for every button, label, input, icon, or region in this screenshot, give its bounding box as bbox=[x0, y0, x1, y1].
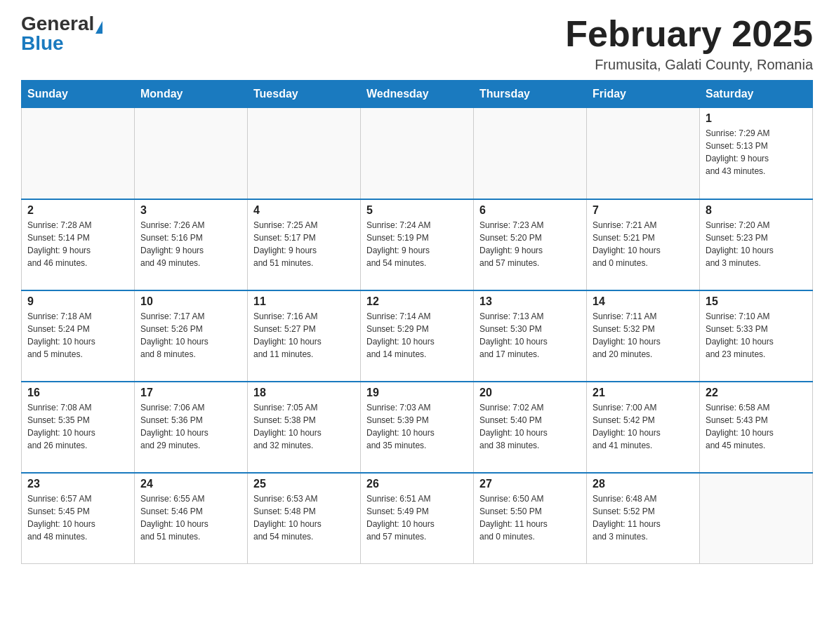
day-info: Sunrise: 7:11 AMSunset: 5:32 PMDaylight:… bbox=[593, 310, 694, 361]
table-row: 7Sunrise: 7:21 AMSunset: 5:21 PMDaylight… bbox=[587, 199, 700, 290]
calendar-week-row: 1Sunrise: 7:29 AMSunset: 5:13 PMDaylight… bbox=[22, 108, 813, 199]
table-row: 26Sunrise: 6:51 AMSunset: 5:49 PMDayligh… bbox=[361, 473, 474, 564]
calendar-week-row: 16Sunrise: 7:08 AMSunset: 5:35 PMDayligh… bbox=[22, 382, 813, 473]
logo-general-text: General bbox=[21, 13, 94, 34]
table-row bbox=[474, 108, 587, 199]
table-row: 10Sunrise: 7:17 AMSunset: 5:26 PMDayligh… bbox=[135, 290, 248, 382]
day-number: 16 bbox=[27, 387, 128, 399]
table-row: 27Sunrise: 6:50 AMSunset: 5:50 PMDayligh… bbox=[474, 473, 587, 564]
day-info: Sunrise: 7:16 AMSunset: 5:27 PMDaylight:… bbox=[253, 310, 355, 361]
day-info: Sunrise: 7:28 AMSunset: 5:14 PMDaylight:… bbox=[27, 219, 128, 269]
day-info: Sunrise: 7:29 AMSunset: 5:13 PMDaylight:… bbox=[706, 127, 807, 177]
day-number: 5 bbox=[366, 204, 468, 217]
day-number: 28 bbox=[593, 478, 694, 490]
day-info: Sunrise: 7:18 AMSunset: 5:24 PMDaylight:… bbox=[27, 310, 128, 361]
table-row: 18Sunrise: 7:05 AMSunset: 5:38 PMDayligh… bbox=[248, 382, 361, 473]
day-number: 20 bbox=[479, 387, 581, 399]
day-number: 12 bbox=[366, 295, 468, 308]
table-row: 28Sunrise: 6:48 AMSunset: 5:52 PMDayligh… bbox=[587, 473, 700, 564]
col-saturday: Saturday bbox=[700, 81, 813, 108]
day-number: 23 bbox=[27, 478, 128, 490]
day-number: 2 bbox=[27, 204, 128, 217]
table-row: 14Sunrise: 7:11 AMSunset: 5:32 PMDayligh… bbox=[587, 290, 700, 382]
day-number: 25 bbox=[253, 478, 355, 490]
day-number: 14 bbox=[593, 295, 694, 308]
day-info: Sunrise: 7:10 AMSunset: 5:33 PMDaylight:… bbox=[706, 310, 807, 361]
table-row: 22Sunrise: 6:58 AMSunset: 5:43 PMDayligh… bbox=[700, 382, 813, 473]
table-row: 9Sunrise: 7:18 AMSunset: 5:24 PMDaylight… bbox=[22, 290, 135, 382]
calendar-week-row: 23Sunrise: 6:57 AMSunset: 5:45 PMDayligh… bbox=[22, 473, 813, 564]
day-number: 27 bbox=[479, 478, 581, 490]
day-number: 10 bbox=[140, 295, 241, 308]
day-info: Sunrise: 7:02 AMSunset: 5:40 PMDaylight:… bbox=[479, 401, 581, 452]
day-number: 1 bbox=[706, 112, 807, 125]
col-friday: Friday bbox=[587, 81, 700, 108]
col-monday: Monday bbox=[135, 81, 248, 108]
table-row: 19Sunrise: 7:03 AMSunset: 5:39 PMDayligh… bbox=[361, 382, 474, 473]
day-info: Sunrise: 6:55 AMSunset: 5:46 PMDaylight:… bbox=[140, 492, 241, 543]
table-row: 15Sunrise: 7:10 AMSunset: 5:33 PMDayligh… bbox=[700, 290, 813, 382]
col-thursday: Thursday bbox=[474, 81, 587, 108]
day-info: Sunrise: 7:21 AMSunset: 5:21 PMDaylight:… bbox=[593, 219, 694, 269]
table-row: 21Sunrise: 7:00 AMSunset: 5:42 PMDayligh… bbox=[587, 382, 700, 473]
table-row: 11Sunrise: 7:16 AMSunset: 5:27 PMDayligh… bbox=[248, 290, 361, 382]
day-number: 3 bbox=[140, 204, 241, 217]
month-title: February 2025 bbox=[565, 14, 813, 54]
day-info: Sunrise: 7:06 AMSunset: 5:36 PMDaylight:… bbox=[140, 401, 241, 452]
day-info: Sunrise: 7:14 AMSunset: 5:29 PMDaylight:… bbox=[366, 310, 468, 361]
day-info: Sunrise: 7:26 AMSunset: 5:16 PMDaylight:… bbox=[140, 219, 241, 269]
title-block: February 2025 Frumusita, Galati County, … bbox=[565, 14, 813, 73]
day-info: Sunrise: 7:08 AMSunset: 5:35 PMDaylight:… bbox=[27, 401, 128, 452]
table-row: 4Sunrise: 7:25 AMSunset: 5:17 PMDaylight… bbox=[248, 199, 361, 290]
day-number: 9 bbox=[27, 295, 128, 308]
day-info: Sunrise: 6:53 AMSunset: 5:48 PMDaylight:… bbox=[253, 492, 355, 543]
day-number: 26 bbox=[366, 478, 468, 490]
table-row: 16Sunrise: 7:08 AMSunset: 5:35 PMDayligh… bbox=[22, 382, 135, 473]
day-number: 19 bbox=[366, 387, 468, 399]
day-info: Sunrise: 7:25 AMSunset: 5:17 PMDaylight:… bbox=[253, 219, 355, 269]
day-info: Sunrise: 7:24 AMSunset: 5:19 PMDaylight:… bbox=[366, 219, 468, 269]
logo-triangle-icon bbox=[95, 21, 102, 34]
table-row: 6Sunrise: 7:23 AMSunset: 5:20 PMDaylight… bbox=[474, 199, 587, 290]
table-row bbox=[587, 108, 700, 199]
day-info: Sunrise: 6:50 AMSunset: 5:50 PMDaylight:… bbox=[479, 492, 581, 543]
day-number: 8 bbox=[706, 204, 807, 217]
day-number: 11 bbox=[253, 295, 355, 308]
col-sunday: Sunday bbox=[22, 81, 135, 108]
table-row: 24Sunrise: 6:55 AMSunset: 5:46 PMDayligh… bbox=[135, 473, 248, 564]
table-row bbox=[361, 108, 474, 199]
calendar-week-row: 9Sunrise: 7:18 AMSunset: 5:24 PMDaylight… bbox=[22, 290, 813, 382]
calendar-header-row: Sunday Monday Tuesday Wednesday Thursday… bbox=[22, 81, 813, 108]
day-info: Sunrise: 6:48 AMSunset: 5:52 PMDaylight:… bbox=[593, 492, 694, 543]
table-row bbox=[135, 108, 248, 199]
day-number: 6 bbox=[479, 204, 581, 217]
logo: General Blue bbox=[21, 14, 102, 53]
day-info: Sunrise: 7:17 AMSunset: 5:26 PMDaylight:… bbox=[140, 310, 241, 361]
day-info: Sunrise: 6:58 AMSunset: 5:43 PMDaylight:… bbox=[706, 401, 807, 452]
table-row: 1Sunrise: 7:29 AMSunset: 5:13 PMDaylight… bbox=[700, 108, 813, 199]
day-number: 17 bbox=[140, 387, 241, 399]
table-row: 5Sunrise: 7:24 AMSunset: 5:19 PMDaylight… bbox=[361, 199, 474, 290]
table-row: 2Sunrise: 7:28 AMSunset: 5:14 PMDaylight… bbox=[22, 199, 135, 290]
table-row: 12Sunrise: 7:14 AMSunset: 5:29 PMDayligh… bbox=[361, 290, 474, 382]
calendar-week-row: 2Sunrise: 7:28 AMSunset: 5:14 PMDaylight… bbox=[22, 199, 813, 290]
day-info: Sunrise: 7:20 AMSunset: 5:23 PMDaylight:… bbox=[706, 219, 807, 269]
table-row bbox=[22, 108, 135, 199]
calendar-table: Sunday Monday Tuesday Wednesday Thursday… bbox=[21, 80, 813, 564]
day-number: 22 bbox=[706, 387, 807, 399]
table-row: 17Sunrise: 7:06 AMSunset: 5:36 PMDayligh… bbox=[135, 382, 248, 473]
table-row: 20Sunrise: 7:02 AMSunset: 5:40 PMDayligh… bbox=[474, 382, 587, 473]
table-row: 8Sunrise: 7:20 AMSunset: 5:23 PMDaylight… bbox=[700, 199, 813, 290]
day-number: 24 bbox=[140, 478, 241, 490]
day-info: Sunrise: 7:05 AMSunset: 5:38 PMDaylight:… bbox=[253, 401, 355, 452]
table-row: 25Sunrise: 6:53 AMSunset: 5:48 PMDayligh… bbox=[248, 473, 361, 564]
location: Frumusita, Galati County, Romania bbox=[565, 57, 813, 73]
col-tuesday: Tuesday bbox=[248, 81, 361, 108]
table-row: 23Sunrise: 6:57 AMSunset: 5:45 PMDayligh… bbox=[22, 473, 135, 564]
table-row bbox=[700, 473, 813, 564]
day-number: 4 bbox=[253, 204, 355, 217]
logo-general-line: General bbox=[21, 14, 102, 34]
day-number: 18 bbox=[253, 387, 355, 399]
day-number: 15 bbox=[706, 295, 807, 308]
table-row: 13Sunrise: 7:13 AMSunset: 5:30 PMDayligh… bbox=[474, 290, 587, 382]
